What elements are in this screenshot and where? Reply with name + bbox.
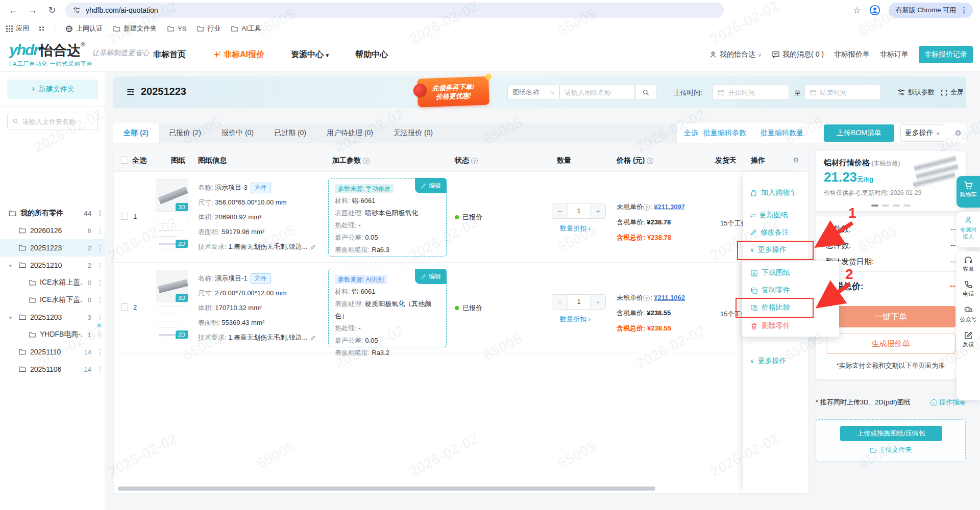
list-icon[interactable] [126,87,136,97]
bookmark-item[interactable]: 行业 [197,24,220,33]
qty-plus-button[interactable]: + [591,295,605,309]
help-icon[interactable]: ? [471,158,478,164]
coupon-banner[interactable]: 先领券再下单! 价格更优惠! [417,76,489,108]
nav-ai-quotation[interactable]: 非标AI报价 [212,49,264,60]
qty-plus-button[interactable]: + [591,204,605,218]
qty-value[interactable]: 1 [567,295,591,309]
sidebar-item-subfolder[interactable]: ICE水箱上盖... 0 ⋮ [0,274,105,291]
quotation-records-button[interactable]: 非标报价记录 [919,46,973,63]
folder-search[interactable] [7,113,98,130]
carousel-dots[interactable] [816,205,966,207]
nav-help-center[interactable]: 帮助中心 [355,49,388,60]
update-drawing-menu-item[interactable]: ⇌更新图纸 [750,211,788,220]
folder-menu-icon[interactable]: ⋮ [95,226,105,235]
select-all-checkbox[interactable] [121,157,128,164]
upload-bom-button[interactable]: 上传BOM清单 [824,124,894,142]
default-params-button[interactable]: 默认参数 [897,88,935,97]
fullscreen-button[interactable]: 全屏 [940,88,964,97]
quotation-sheets-link[interactable]: 非标报价单 [834,50,870,59]
more-operations-menu-item[interactable]: ∨更多操作 [750,245,787,254]
sidebar-item-subfolder[interactable]: YHDFB电商-... 1 ⋮ [0,326,105,343]
upload-drawing-button[interactable]: 上传或拖拽图纸/压缩包 [840,426,942,441]
new-folder-button[interactable]: + 新建文件夹 [7,80,98,99]
tab-expired[interactable]: 已过期 (0) [264,123,316,143]
bookmark-item[interactable]: 上网认证 [65,24,103,33]
profile-avatar-icon[interactable] [869,5,880,16]
bookmark-apps[interactable]: 应用 [6,24,29,33]
help-icon[interactable]: ? [643,204,650,211]
tab-quoted[interactable]: 已报价 (2) [159,123,211,143]
select-all-link[interactable]: 全选 [684,129,698,138]
browser-back-icon[interactable]: ← [7,5,19,16]
upload-dropzone[interactable]: 上传或拖拽图纸/压缩包 上传文件夹 [816,419,966,462]
folder-search-input[interactable] [22,118,89,125]
folder-menu-icon[interactable]: ⋮ [95,296,105,304]
chrome-update-button[interactable]: 有新版 Chrome 可用 ⋮ [889,3,973,18]
browser-reload-icon[interactable]: ↻ [46,5,58,16]
feedback-button[interactable]: 反馈 [957,327,980,352]
qty-value[interactable]: 1 [567,204,591,218]
qty-discount-link[interactable]: 数量折扣 [560,315,591,324]
bookmark-item[interactable]: AI工具 [231,24,261,33]
phone-button[interactable]: 电话 [957,276,980,301]
folder-menu-icon[interactable]: ⋮ [95,244,105,252]
thumbnail-3d[interactable]: 3D [156,270,188,302]
wechat-button[interactable]: 公众号 [957,301,980,327]
horizontal-scrollbar[interactable] [118,487,655,491]
generate-quote-button[interactable]: 生成报价单 [826,334,955,354]
site-settings-icon[interactable] [72,6,81,14]
my-account-menu[interactable]: 我的怡合达 ∨ [709,50,762,59]
folder-menu-icon[interactable]: ⋮ [95,209,105,217]
tab-pending-user[interactable]: 用户待处理 (0) [316,123,383,143]
price-compare-menu-item[interactable]: 价格比较 [750,303,790,312]
edit-params-button[interactable]: 编辑 [415,178,447,193]
browser-forward-icon[interactable]: → [27,5,39,16]
bookmark-item[interactable]: YS [167,25,186,33]
drawing-name-search[interactable] [559,85,635,100]
end-date-field[interactable] [804,85,881,100]
sidebar-item-folder[interactable]: 20260126 6 ⋮ [0,222,105,239]
my-messages[interactable]: 我的消息( 0 ) [772,50,824,59]
tab-quoting[interactable]: 报价中 (0) [211,123,264,143]
nav-home[interactable]: 非标首页 [153,49,186,60]
bookmark-star-icon[interactable]: ☆ [853,5,861,16]
folder-menu-icon[interactable]: ⋮ [95,348,105,356]
more-operations-menu-item-row2[interactable]: ∨更多操作 [750,356,787,366]
start-date-field[interactable] [713,85,789,100]
download-drawing-menu-item[interactable]: 下载图纸 [750,268,790,277]
start-date-input[interactable] [728,89,784,96]
qty-minus-button[interactable]: − [552,295,567,309]
qty-discount-link[interactable]: 数量折扣 [560,224,591,233]
untaxed-price-link[interactable]: ¥211.1062 [654,294,685,301]
batch-edit-qty-link[interactable]: 批量编辑数量 [761,129,803,138]
customer-service-button[interactable]: 客服 [957,251,980,276]
qty-minus-button[interactable]: − [552,204,567,218]
expand-caret-icon[interactable]: ▾ [9,263,12,268]
end-date-input[interactable] [820,89,876,96]
sidebar-item-folder[interactable]: 20251110 14 ⋮ [0,343,105,361]
batch-edit-params-link[interactable]: 批量编辑参数 [703,129,746,138]
thumbnail-2d[interactable]: 2D [156,307,188,339]
bookmark-item[interactable]: 新建文件夹 [113,24,157,33]
edit-icon[interactable] [310,335,316,341]
copy-part-menu-item[interactable]: 复制零件 [750,286,790,295]
liaison-float-button[interactable]: 专属对接人 [957,212,980,247]
edit-note-menu-item[interactable]: 修改备注 [750,228,789,237]
cart-float-button[interactable]: 购物车 [957,176,980,208]
column-settings-icon[interactable]: ⚙ [952,128,964,139]
search-button[interactable] [635,85,656,100]
more-actions-button[interactable]: 更多操作 ∨ [900,124,944,142]
sidebar-item-folder[interactable]: ▾ 20251203 3 ⋮ [0,309,105,326]
reading-list-icon[interactable] [39,27,44,31]
orders-link[interactable]: 非标订单 [880,50,909,59]
row-checkbox[interactable] [121,213,128,220]
one-click-order-button[interactable]: 一键下单 [826,306,955,327]
edit-icon[interactable] [310,244,316,250]
upload-folder-link[interactable]: 上传文件夹 [816,445,965,454]
delete-part-menu-item[interactable]: 删除零件 [750,321,790,330]
drawing-name-input[interactable] [565,89,630,96]
logo[interactable]: yhdr怡合达®让非标制造更省心 FA工厂自动化 一站式采购平台 [9,41,149,68]
url-input[interactable] [86,6,647,14]
sidebar-collapse-icon[interactable]: « [97,320,102,329]
gear-icon[interactable]: ⚙ [793,156,799,164]
